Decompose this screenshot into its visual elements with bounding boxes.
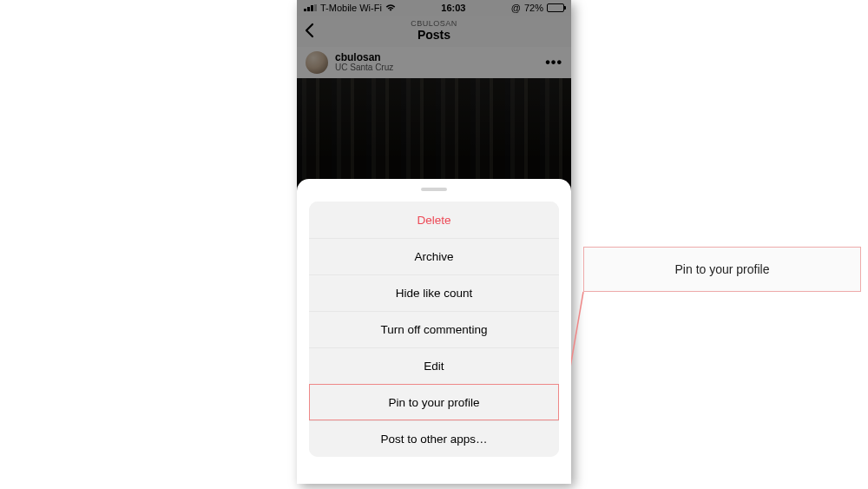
menu-item-archive[interactable]: Archive	[309, 238, 559, 274]
menu-item-hide-like-count[interactable]: Hide like count	[309, 274, 559, 311]
menu-label: Archive	[414, 250, 453, 263]
menu-label: Edit	[424, 360, 444, 373]
post-location[interactable]: UC Santa Cruz	[335, 63, 393, 73]
menu-label: Hide like count	[396, 287, 473, 300]
battery-pct: 72%	[524, 3, 543, 13]
avatar[interactable]	[306, 51, 328, 74]
menu-item-delete[interactable]: Delete	[309, 202, 559, 238]
status-right: @ 72%	[511, 3, 564, 13]
post-header: cbulosan UC Santa Cruz •••	[297, 47, 571, 78]
action-sheet: Delete Archive Hide like count Turn off …	[297, 179, 571, 484]
status-time: 16:03	[441, 3, 465, 13]
status-left: T-Mobile Wi-Fi	[304, 3, 396, 13]
chevron-left-icon	[302, 23, 318, 38]
sheet-grabber[interactable]	[421, 188, 447, 191]
menu-item-post-to-other-apps[interactable]: Post to other apps…	[309, 420, 559, 457]
menu-label: Pin to your profile	[388, 396, 479, 409]
menu-item-turn-off-commenting[interactable]: Turn off commenting	[309, 311, 559, 347]
callout-label: Pin to your profile	[675, 262, 770, 276]
annotation-callout: Pin to your profile	[583, 247, 861, 292]
nav-header: CBULOSAN Posts	[297, 16, 571, 47]
menu-label: Post to other apps…	[380, 433, 487, 446]
post-more-button[interactable]: •••	[545, 55, 562, 70]
carrier-label: T-Mobile Wi-Fi	[320, 3, 382, 13]
wifi-icon	[385, 3, 396, 12]
status-bar: T-Mobile Wi-Fi 16:03 @ 72%	[297, 0, 571, 16]
battery-icon	[547, 3, 564, 12]
menu-label: Delete	[417, 214, 450, 227]
menu-item-edit[interactable]: Edit	[309, 347, 559, 384]
phone-frame: T-Mobile Wi-Fi 16:03 @ 72% CBULOSAN Post…	[297, 0, 571, 484]
action-menu: Delete Archive Hide like count Turn off …	[309, 202, 559, 457]
signal-icon	[304, 4, 317, 11]
orientation-lock-icon: @	[511, 3, 521, 13]
menu-item-pin-to-profile[interactable]: Pin to your profile	[309, 384, 559, 420]
nav-title: Posts	[411, 29, 457, 42]
back-button[interactable]	[302, 23, 318, 42]
menu-label: Turn off commenting	[380, 323, 487, 336]
